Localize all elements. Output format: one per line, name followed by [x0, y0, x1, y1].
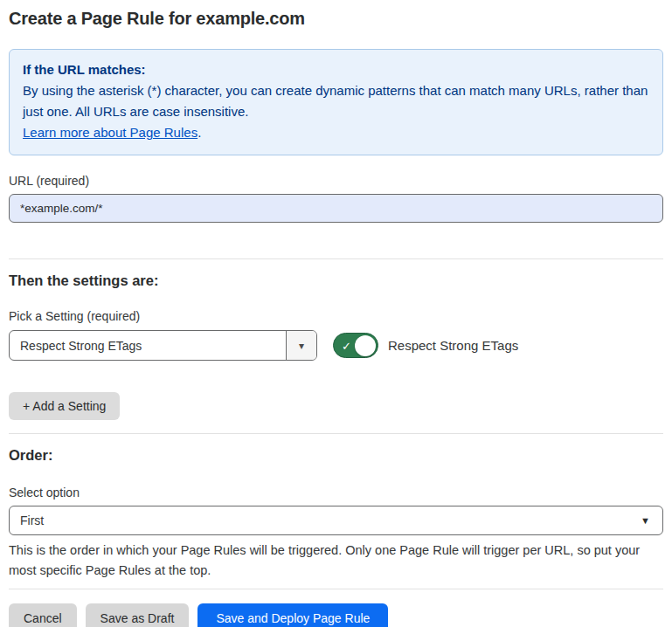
url-input[interactable]	[9, 194, 663, 223]
url-field-label: URL (required)	[9, 174, 663, 188]
section-divider	[9, 433, 663, 434]
save-draft-button[interactable]: Save as Draft	[86, 603, 190, 627]
setting-row: Respect Strong ETags ▾ ✓ Respect Strong …	[9, 330, 663, 361]
checkmark-icon: ✓	[342, 339, 351, 352]
url-match-info-box: If the URL matches: By using the asteris…	[9, 49, 663, 155]
setting-select[interactable]: Respect Strong ETags ▾	[9, 330, 317, 361]
save-deploy-button[interactable]: Save and Deploy Page Rule	[197, 603, 388, 627]
info-box-heading: If the URL matches:	[23, 59, 649, 80]
order-help-text: This is the order in which your Page Rul…	[9, 541, 663, 581]
order-select[interactable]: First ▼	[9, 506, 663, 535]
caret-down-icon: ▾	[299, 340, 304, 352]
order-section-heading: Order:	[9, 447, 663, 464]
order-select-value: First	[20, 513, 44, 527]
section-divider	[9, 258, 663, 259]
toggle-knob	[355, 335, 376, 356]
settings-section-heading: Then the settings are:	[9, 272, 663, 289]
footer-actions: Cancel Save as Draft Save and Deploy Pag…	[9, 603, 663, 627]
page-title: Create a Page Rule for example.com	[9, 9, 663, 29]
caret-down-icon: ▼	[641, 515, 650, 526]
info-box-body: By using the asterisk (*) character, you…	[23, 80, 649, 122]
cancel-button[interactable]: Cancel	[9, 603, 77, 627]
pick-setting-label: Pick a Setting (required)	[9, 309, 663, 323]
info-box-link-line: Learn more about Page Rules.	[23, 122, 649, 143]
setting-select-value: Respect Strong ETags	[10, 331, 286, 360]
footer-divider	[9, 589, 663, 589]
setting-toggle[interactable]: ✓	[333, 333, 378, 358]
link-period: .	[197, 125, 201, 140]
toggle-label: Respect Strong ETags	[388, 338, 518, 353]
add-setting-button[interactable]: + Add a Setting	[9, 392, 120, 420]
setting-select-caret-box[interactable]: ▾	[286, 331, 316, 360]
learn-more-link[interactable]: Learn more about Page Rules	[23, 125, 197, 140]
order-select-label: Select option	[9, 486, 663, 500]
create-page-rule-form: Create a Page Rule for example.com If th…	[0, 0, 672, 627]
